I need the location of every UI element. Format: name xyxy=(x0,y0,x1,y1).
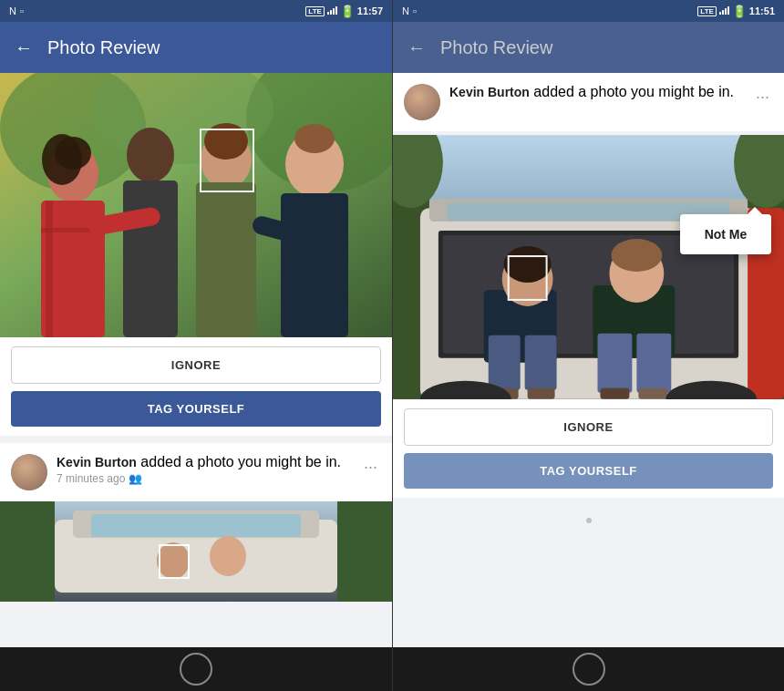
left-action-buttons: IGNORE TAG YOURSELF xyxy=(0,337,392,436)
svg-rect-56 xyxy=(597,334,632,393)
right-home-button[interactable] xyxy=(573,653,605,686)
svg-rect-51 xyxy=(528,388,555,399)
right-time: 11:51 xyxy=(749,5,775,16)
right-status-bar: N ▫ LTE 🔋 11:51 xyxy=(393,0,784,22)
svg-point-30 xyxy=(210,536,246,576)
right-phone-panel: N ▫ LTE 🔋 11:51 ← Photo Review xyxy=(392,0,784,691)
car-thumbnail-svg xyxy=(0,501,392,602)
left-first-photo-card: IGNORE TAG YOURSELF xyxy=(0,73,392,436)
left-post-more-button[interactable]: ... xyxy=(360,454,381,473)
notification-icon-2: ▫ xyxy=(20,5,24,16)
lte-badge: LTE xyxy=(305,6,325,16)
right-post-item: Kevin Burton added a photo you might be … xyxy=(393,73,784,131)
right-app-header: ← Photo Review xyxy=(393,22,784,73)
svg-rect-59 xyxy=(638,388,667,399)
right-post-description: added a photo you might be in. xyxy=(530,84,734,99)
popup-menu: Not Me xyxy=(680,214,771,254)
right-bottom-nav xyxy=(393,647,784,691)
notification-icon-1: N xyxy=(9,5,16,16)
svg-point-47 xyxy=(504,246,552,283)
left-tag-button[interactable]: TAG YOURSELF xyxy=(11,391,381,427)
page-dot xyxy=(586,518,592,523)
right-car-photo-card: IGNORE TAG YOURSELF xyxy=(393,135,784,498)
right-ignore-button[interactable]: IGNORE xyxy=(404,408,773,446)
right-header-title: Photo Review xyxy=(440,37,552,58)
left-scroll-content[interactable]: IGNORE TAG YOURSELF Kevin Burton added a… xyxy=(0,73,392,647)
right-tag-button[interactable]: TAG YOURSELF xyxy=(404,453,773,489)
svg-rect-13 xyxy=(123,180,178,337)
left-app-header: ← Photo Review xyxy=(0,22,392,73)
left-home-button[interactable] xyxy=(180,653,212,686)
left-car-thumbnail xyxy=(0,501,392,602)
right-post-meta: Kevin Burton added a photo you might be … xyxy=(449,84,743,100)
left-post-text: Kevin Burton added a photo you might be … xyxy=(57,454,351,470)
left-time: 11:57 xyxy=(357,5,383,16)
right-status-icons: N ▫ xyxy=(402,5,417,16)
svg-point-20 xyxy=(294,124,335,153)
left-ignore-button[interactable]: IGNORE xyxy=(11,346,381,384)
left-group-photo xyxy=(0,73,392,337)
left-post-author: Kevin Burton xyxy=(57,455,137,469)
svg-rect-49 xyxy=(525,335,557,390)
right-kevin-avatar xyxy=(404,84,440,120)
svg-rect-32 xyxy=(0,501,55,602)
svg-rect-58 xyxy=(600,388,629,399)
left-post-item: Kevin Burton added a photo you might be … xyxy=(0,443,392,501)
popup-not-me-item[interactable]: Not Me xyxy=(680,214,771,254)
signal-icon xyxy=(327,5,337,16)
left-status-icons: N ▫ xyxy=(9,5,24,16)
left-kevin-avatar xyxy=(11,454,47,490)
left-status-bar: N ▫ LTE 🔋 11:57 xyxy=(0,0,392,22)
svg-rect-57 xyxy=(636,334,671,393)
right-post-more-button[interactable]: ... xyxy=(752,84,773,103)
right-status-right: LTE 🔋 11:51 xyxy=(697,5,775,18)
left-bottom-nav xyxy=(0,647,392,691)
svg-point-12 xyxy=(134,129,167,166)
left-post-description: added a photo you might be in. xyxy=(137,454,341,469)
right-scroll-content[interactable]: Kevin Burton added a photo you might be … xyxy=(393,73,784,647)
right-back-button[interactable]: ← xyxy=(407,37,426,58)
svg-point-29 xyxy=(157,542,190,579)
left-back-button[interactable]: ← xyxy=(15,37,33,58)
right-post-text: Kevin Burton added a photo you might be … xyxy=(449,84,743,100)
svg-rect-48 xyxy=(489,335,521,390)
right-action-buttons: IGNORE TAG YOURSELF xyxy=(393,399,784,498)
svg-point-55 xyxy=(611,239,662,272)
left-header-title: Photo Review xyxy=(47,37,160,58)
left-phone-panel: N ▫ LTE 🔋 11:57 ← Photo Review xyxy=(0,0,392,691)
left-post-meta: Kevin Burton added a photo you might be … xyxy=(57,454,351,485)
friends-icon: 👥 xyxy=(129,472,142,485)
right-notification-icon-1: N xyxy=(402,5,409,16)
svg-rect-21 xyxy=(281,193,348,337)
svg-rect-33 xyxy=(337,501,392,602)
svg-point-7 xyxy=(55,137,91,170)
right-lte-badge: LTE xyxy=(697,6,717,16)
page-indicator xyxy=(393,505,784,532)
right-battery-icon: 🔋 xyxy=(732,5,747,18)
right-car-photo xyxy=(393,135,784,399)
battery-icon-left: 🔋 xyxy=(340,5,355,18)
svg-rect-28 xyxy=(91,514,301,537)
left-status-right: LTE 🔋 11:57 xyxy=(305,5,383,18)
left-post-timestamp: 7 minutes ago 👥 xyxy=(57,472,351,485)
svg-rect-17 xyxy=(196,182,256,337)
car-photo-svg xyxy=(393,135,784,399)
right-post-author: Kevin Burton xyxy=(449,85,530,99)
left-thumbnail-card xyxy=(0,501,392,602)
group-photo-svg xyxy=(0,73,392,337)
svg-rect-9 xyxy=(46,201,53,337)
right-notification-icon-2: ▫ xyxy=(413,5,417,16)
right-signal-icon xyxy=(719,5,729,16)
